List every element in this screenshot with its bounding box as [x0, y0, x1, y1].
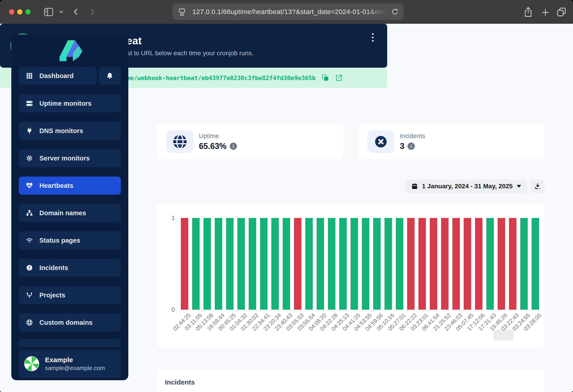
calendar-icon	[411, 183, 418, 190]
address-bar[interactable]: 127.0.0.1/66uptime/heartbeat/13?&start_d…	[172, 4, 404, 20]
chevron-down-icon[interactable]	[58, 10, 64, 14]
minimize-window-button[interactable]	[17, 9, 22, 15]
sidebar-item-domain-names[interactable]: Domain names	[19, 204, 121, 222]
sidebar-item-label: Server monitors	[39, 155, 90, 162]
heartbeat-bar-down[interactable]	[430, 218, 437, 310]
sidebar-item-status-pages[interactable]: Status pages	[19, 231, 121, 249]
sidebar-item-dns-monitors[interactable]: DNS monitors	[19, 122, 121, 140]
plug-icon	[26, 127, 33, 135]
globe-icon	[166, 130, 194, 153]
stat-label: Uptime	[199, 132, 237, 140]
heartbeat-bar-down[interactable]	[418, 218, 426, 310]
tabs-overview-icon[interactable]	[556, 7, 567, 17]
heartbeat-bar-down[interactable]	[452, 218, 460, 310]
globe-icon	[26, 319, 33, 326]
page-icon	[178, 8, 186, 16]
heartbeat-bar-down[interactable]	[407, 218, 415, 310]
heartbeat-bar-up[interactable]	[486, 218, 494, 310]
heartbeat-bar-down[interactable]	[475, 218, 483, 310]
sidebar-item-dashboard[interactable]: Dashboard	[19, 67, 97, 85]
sidebar-item-custom-domains[interactable]: Custom domains	[19, 313, 121, 332]
bar-slot: 17:31:43	[484, 218, 496, 310]
info-icon[interactable]: i	[408, 143, 415, 150]
heartbeat-bar-up[interactable]	[317, 218, 324, 310]
heartbeat-bar-up[interactable]	[305, 218, 313, 310]
bar-slot: 04:22:28	[326, 218, 337, 310]
bar-slot: 03:23:01	[416, 218, 428, 310]
sitemap-icon	[26, 209, 33, 217]
bar-slot: 23:40:43	[281, 218, 292, 310]
sidebar-item-label: Custom domains	[39, 319, 92, 326]
heartbeat-bar-up[interactable]	[532, 218, 539, 310]
bar-slot: 01:04:32	[235, 218, 247, 310]
incidents-stat-card: Incidents 3 i	[358, 124, 544, 159]
heartbeat-bar-down[interactable]	[294, 218, 302, 310]
heartbeat-bar-up[interactable]	[362, 218, 369, 310]
reload-icon[interactable]	[391, 8, 399, 16]
heartbeat-bar-down[interactable]	[464, 218, 471, 310]
heartbeat-bar-up[interactable]	[215, 218, 222, 310]
copy-icon[interactable]	[322, 74, 329, 81]
external-link-icon[interactable]	[335, 74, 343, 81]
bar-slot: 05:10:16	[382, 218, 394, 310]
bar-slot: 03:28:00	[530, 218, 541, 310]
sidebar-item-label: Dashboard	[39, 72, 73, 80]
sidebar-item-server-monitors[interactable]: Server monitors	[19, 149, 121, 167]
bar-slot: 03:22:43	[507, 218, 518, 310]
y-axis-tick-0: 0	[161, 306, 175, 313]
bell-icon	[106, 72, 114, 80]
sidebar-item-label: DNS monitors	[39, 127, 83, 135]
sidebar-item-uptime-monitors[interactable]: Uptime monitors	[19, 94, 121, 112]
sidebar-item-label: Domain names	[39, 209, 86, 217]
heartbeat-bar-up[interactable]	[192, 218, 200, 310]
date-range-text: 1 January, 2024 - 31 May, 2025	[422, 183, 513, 190]
date-range-picker[interactable]: 1 January, 2024 - 31 May, 2025	[405, 179, 527, 193]
sidebar-item-heartbeats[interactable]: Heartbeats	[19, 177, 121, 195]
bar-slot: 03:11:05	[190, 218, 201, 310]
new-tab-icon[interactable]	[541, 8, 550, 17]
sidebar-item-partial[interactable]	[19, 339, 121, 347]
heartbeat-bar-up[interactable]	[351, 218, 358, 310]
sidebar-item-label: Uptime monitors	[39, 100, 91, 107]
back-button[interactable]	[72, 7, 80, 17]
heartbeat-bar-up[interactable]	[226, 218, 233, 310]
bar-slot: 23:46:03	[450, 218, 462, 310]
info-icon[interactable]: i	[230, 143, 237, 150]
app-logo	[19, 35, 121, 67]
user-email: sample@example.com	[45, 365, 105, 372]
zoom-window-button[interactable]	[25, 9, 31, 15]
heartbeat-bar-up[interactable]	[203, 218, 211, 310]
heartbeat-bar-up[interactable]	[271, 218, 279, 310]
notifications-button[interactable]	[99, 67, 121, 85]
sidebar-item-incidents[interactable]: Incidents	[19, 259, 121, 277]
close-window-button[interactable]	[9, 9, 14, 15]
heartbeat-bar-up[interactable]	[384, 218, 392, 310]
share-icon[interactable]	[523, 6, 533, 18]
heartbeat-bar-up[interactable]	[260, 218, 268, 310]
stat-label: Incidents	[400, 132, 425, 140]
heartbeat-bar-down[interactable]	[181, 218, 188, 310]
download-button[interactable]	[531, 179, 544, 193]
heartbeat-bar-up[interactable]	[237, 218, 245, 310]
page-content: Dashboard Uptime monitorsDNS monitorsSer…	[0, 24, 573, 392]
heartbeat-bar-up[interactable]	[249, 218, 256, 310]
heartbeat-bar-up[interactable]	[396, 218, 403, 310]
heartbeat-bar-up[interactable]	[373, 218, 381, 310]
sidebar-toggle-icon[interactable]	[44, 7, 54, 17]
sidebar-item-projects[interactable]: Projects	[19, 286, 121, 304]
heartbeat-bar-down[interactable]	[441, 218, 448, 310]
heartbeat-bar-up[interactable]	[283, 218, 290, 310]
bar-slot: 22:34:41	[258, 218, 269, 310]
heartbeat-chart-card: 1 0 02:44:2503:11:0505:13:0918:59:4400:4…	[157, 204, 544, 347]
forward-button[interactable]	[89, 7, 96, 17]
user-card[interactable]: Example sample@example.com	[19, 350, 121, 377]
heartbeat-bar-down[interactable]	[509, 218, 517, 310]
heartbeat-bar-down[interactable]	[498, 218, 505, 310]
heartbeat-bar-up[interactable]	[328, 218, 335, 310]
heartbeat-bar-up[interactable]	[339, 218, 347, 310]
heartbeat-bar-up[interactable]	[520, 218, 528, 310]
caret-down-icon	[517, 185, 521, 188]
bar-slot: 06:22:22	[405, 218, 416, 310]
heartbeat-icon	[26, 182, 33, 189]
more-options-button[interactable]	[368, 31, 377, 44]
